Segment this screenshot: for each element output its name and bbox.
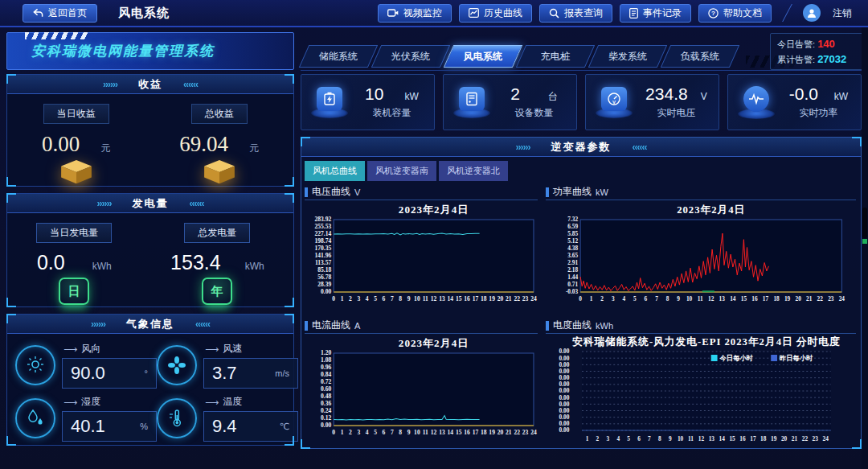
svg-text:283.92: 283.92 <box>314 216 331 224</box>
svg-text:8: 8 <box>399 295 402 302</box>
report-query-button[interactable]: 报表查询 <box>539 4 612 23</box>
svg-text:19: 19 <box>771 435 777 442</box>
realtime-voltage-card: V 234.8V 实时电压 <box>585 74 719 130</box>
voltage-chart-canvas[interactable]: 2023年2月4日283.92255.53227.14198.74170.351… <box>305 200 538 315</box>
svg-text:5: 5 <box>374 295 377 302</box>
svg-text:0.12: 0.12 <box>321 415 331 422</box>
calendar-day-icon: 日 <box>59 278 89 305</box>
svg-text:1: 1 <box>590 295 593 302</box>
realtime-power-label: 实时功率 <box>800 106 838 120</box>
wind-direction-label: 风向 <box>81 342 100 356</box>
tab-charging-pile[interactable]: 充电桩 <box>516 45 595 68</box>
tab-label: 风电系统 <box>464 50 502 64</box>
svg-text:2023年2月4日: 2023年2月4日 <box>399 204 469 216</box>
legend-bar-icon <box>546 321 549 331</box>
svg-text:2: 2 <box>596 435 600 442</box>
calendar-year-icon: 年 <box>202 278 232 305</box>
svg-text:4.38: 4.38 <box>567 245 578 252</box>
video-monitor-button[interactable]: 视频监控 <box>378 4 452 23</box>
event-record-button[interactable]: 事件记录 <box>620 4 691 23</box>
back-arrow-icon <box>33 8 43 18</box>
back-home-button[interactable]: 返回首页 <box>23 4 97 23</box>
svg-text:9: 9 <box>407 429 411 436</box>
wind-speed-unit: m/s <box>275 368 289 378</box>
help-doc-icon: ? <box>708 8 719 19</box>
total-alarm-value: 27032 <box>817 53 846 65</box>
svg-text:15: 15 <box>456 429 462 436</box>
logout-button[interactable]: 注销 <box>833 6 852 20</box>
svg-text:2.18: 2.18 <box>567 266 578 274</box>
svg-text:23: 23 <box>813 435 819 442</box>
svg-text:16: 16 <box>464 295 470 302</box>
humidity-cell: ⟶湿度 40.1 % <box>15 395 157 442</box>
subtab-wind-inverter-south[interactable]: 风机逆变器南 <box>367 161 436 181</box>
svg-text:安科瑞储能系统-风力发电-EPI 2023年2月4日 分时电: 安科瑞储能系统-风力发电-EPI 2023年2月4日 分时电度 <box>572 335 841 348</box>
current-chart-canvas[interactable]: 2023年2月4日1.201.080.960.840.720.600.480.3… <box>305 334 538 448</box>
svg-text:21: 21 <box>506 429 512 436</box>
svg-text:20: 20 <box>497 429 504 436</box>
svg-text:20: 20 <box>781 435 788 442</box>
weather-panel: ›››››› 气象信息 ‹‹‹‹‹‹ ⟶风向 90.0 ° <box>6 314 294 446</box>
report-query-icon <box>549 8 559 19</box>
user-avatar[interactable] <box>803 4 821 22</box>
revenue-panel-title: 收益 <box>138 77 162 92</box>
svg-text:15: 15 <box>456 295 462 302</box>
energy-chart-label: 电度曲线 <box>553 319 592 332</box>
svg-text:19: 19 <box>489 295 495 302</box>
svg-text:21: 21 <box>792 435 798 442</box>
svg-text:11: 11 <box>698 295 703 302</box>
current-chart-unit: A <box>354 321 360 331</box>
thermometer-icon <box>157 398 197 438</box>
svg-text:13: 13 <box>709 435 715 442</box>
power-chart-canvas[interactable]: 2023年2月4日7.326.595.855.124.383.652.912.1… <box>546 200 856 315</box>
legend-bar-icon <box>305 187 308 197</box>
svg-text:1: 1 <box>341 429 344 436</box>
svg-text:0.96: 0.96 <box>321 364 331 372</box>
svg-text:3: 3 <box>606 435 609 442</box>
svg-text:1: 1 <box>341 295 344 302</box>
help-doc-button[interactable]: ? 帮助文档 <box>698 4 772 23</box>
svg-text:24: 24 <box>530 429 537 436</box>
svg-text:-0.03: -0.03 <box>566 288 579 295</box>
legend-bar-icon <box>305 321 308 331</box>
realtime-voltage-value: 234.8 <box>645 84 688 104</box>
tab-pv-system[interactable]: 光伏系统 <box>371 45 450 68</box>
svg-text:0: 0 <box>579 295 582 302</box>
installed-capacity-label: 装机容量 <box>373 106 411 120</box>
svg-text:14: 14 <box>448 295 454 302</box>
svg-text:3: 3 <box>612 295 615 302</box>
history-curve-button[interactable]: 历史曲线 <box>459 4 532 23</box>
svg-text:5.12: 5.12 <box>567 237 578 245</box>
svg-text:16: 16 <box>464 429 470 436</box>
tab-wind-system[interactable]: 风电系统 <box>444 45 522 68</box>
svg-text:5: 5 <box>374 429 377 436</box>
svg-text:17: 17 <box>473 429 479 436</box>
svg-text:15: 15 <box>729 435 735 442</box>
weather-panel-header: ›››››› 气象信息 ‹‹‹‹‹‹ <box>7 315 293 334</box>
energy-chart-canvas[interactable]: 安科瑞储能系统-风力发电-EPI 2023年2月4日 分时电度0.000.000… <box>546 334 856 448</box>
voltage-chart: 电压曲线 V 2023年2月4日283.92255.53227.14198.74… <box>305 184 538 316</box>
svg-text:6: 6 <box>383 295 386 302</box>
event-record-icon <box>629 8 638 19</box>
subtab-wind-total-curve[interactable]: 风机总曲线 <box>305 161 365 181</box>
svg-text:10: 10 <box>678 435 684 442</box>
svg-text:85.18: 85.18 <box>317 267 331 274</box>
svg-text:10: 10 <box>414 429 420 436</box>
svg-text:1: 1 <box>586 435 589 442</box>
back-home-label: 返回首页 <box>48 6 87 20</box>
svg-text:今日每小时: 今日每小时 <box>719 354 754 362</box>
scrollbar-thumb[interactable] <box>862 208 867 238</box>
chevron-right-decor: ›››››› <box>97 198 112 209</box>
tab-storage-system[interactable]: 储能系统 <box>299 45 378 68</box>
tab-load-system[interactable]: 负载系统 <box>661 45 739 68</box>
chevron-right-decor: ›››››› <box>516 142 530 153</box>
total-generation-value: 153.4 <box>170 251 221 274</box>
svg-text:18: 18 <box>481 295 487 302</box>
page-scrollbar[interactable] <box>862 27 868 469</box>
tab-diesel-system[interactable]: 柴发系统 <box>588 45 667 68</box>
svg-text:0.84: 0.84 <box>321 372 331 379</box>
installed-capacity-card: 10kW 装机容量 <box>301 74 435 130</box>
power-chart-label: 功率曲线 <box>553 185 592 199</box>
svg-text:8: 8 <box>666 295 669 302</box>
subtab-wind-inverter-north[interactable]: 风机逆变器北 <box>439 161 508 181</box>
